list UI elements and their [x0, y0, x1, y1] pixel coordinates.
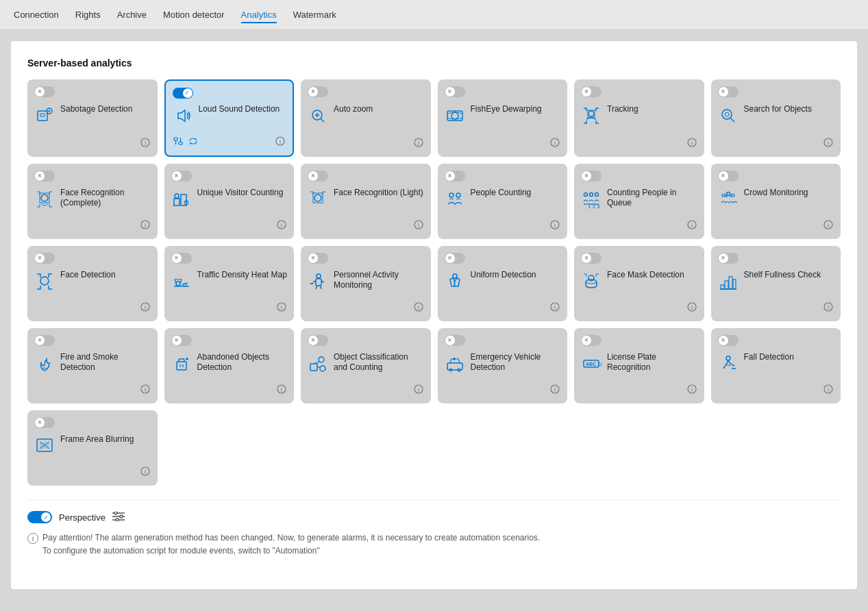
info-icon-personnel-activity[interactable]: i	[413, 301, 424, 314]
perspective-toggle[interactable]	[27, 511, 52, 523]
info-icon-face-detection[interactable]: i	[140, 301, 151, 314]
card-tracking[interactable]: Trackingi	[574, 79, 704, 157]
card-header-auto-zoom	[308, 86, 424, 97]
toggle-loud-sound[interactable]	[173, 88, 193, 99]
info-icon-frame-area[interactable]: i	[140, 466, 151, 479]
toggle-object-classification[interactable]	[308, 335, 328, 346]
card-people-counting[interactable]: People Countingi	[438, 164, 568, 239]
card-object-classification[interactable]: Object Classification and Countingi	[301, 328, 431, 403]
toggle-tracking[interactable]	[581, 86, 602, 97]
toggle-face-recognition-complete[interactable]	[34, 171, 55, 182]
toggle-people-counting[interactable]	[445, 171, 465, 182]
toggle-uniform-detection[interactable]	[445, 253, 465, 264]
nav-item-archive[interactable]: Archive	[117, 8, 147, 21]
info-icon-fisheye[interactable]: i	[549, 137, 560, 150]
card-sabotage[interactable]: Sabotage Detectioni	[27, 79, 158, 157]
svg-text:ABC 123: ABC 123	[586, 362, 602, 366]
toggle-fall-detection[interactable]	[718, 335, 739, 346]
svg-text:i: i	[554, 140, 556, 147]
svg-rect-82	[310, 364, 317, 371]
info-icon-sabotage[interactable]: i	[140, 137, 151, 150]
card-face-recognition-complete[interactable]: Face Recognition (Complete)i	[27, 164, 158, 239]
toggle-face-recognition-light[interactable]	[308, 171, 328, 182]
settings-icon-loud-sound[interactable]	[173, 136, 184, 149]
info-icon-loud-sound[interactable]: i	[275, 136, 286, 149]
info-icon-unique-visitor[interactable]: i	[276, 219, 287, 232]
card-uniform-detection[interactable]: Uniform Detectioni	[438, 246, 568, 321]
nav-item-connection[interactable]: Connection	[14, 8, 59, 21]
info-icon-search-objects[interactable]: i	[823, 137, 834, 150]
card-crowd-monitoring[interactable]: Crowd Monitoringi	[711, 164, 841, 239]
card-face-recognition-light[interactable]: Face Recognition (Light)i	[301, 164, 431, 239]
toggle-shelf-fullness[interactable]	[718, 253, 739, 264]
card-traffic-density[interactable]: Traffic Density Heat Mapi	[164, 246, 295, 321]
svg-rect-73	[729, 277, 732, 289]
card-loud-sound[interactable]: Loud Sound Detectioni	[164, 79, 295, 157]
tracking-icon	[581, 105, 602, 130]
card-footer-fall-detection: i	[718, 384, 834, 397]
info-icon-face-recognition-light[interactable]: i	[413, 219, 424, 232]
card-footer-object-classification: i	[308, 384, 424, 397]
nav-item-analytics[interactable]: Analytics	[241, 8, 277, 21]
info-icon-license-plate[interactable]: i	[686, 384, 697, 397]
info-icon-tracking[interactable]: i	[686, 137, 697, 150]
card-shelf-fullness[interactable]: Shelf Fullness Checki	[711, 246, 841, 321]
toggle-sabotage[interactable]	[34, 86, 55, 97]
toggle-face-mask[interactable]	[581, 253, 602, 264]
info-icon-uniform-detection[interactable]: i	[549, 301, 560, 314]
toggle-fire-smoke[interactable]	[34, 335, 55, 346]
toggle-counting-queue[interactable]	[581, 171, 602, 182]
info-icon-emergency-vehicle[interactable]: i	[549, 384, 560, 397]
toggle-unique-visitor[interactable]	[171, 171, 192, 182]
card-frame-area[interactable]: Frame Area Blurringi	[27, 410, 158, 486]
info-icon-face-mask[interactable]: i	[686, 301, 697, 314]
card-license-plate[interactable]: ABC 123 License Plate Recognitioni	[574, 328, 704, 403]
main-content: Server-based analytics Sabotage Detectio…	[11, 41, 857, 589]
card-fisheye[interactable]: FishEye Dewarpingi	[438, 79, 568, 157]
info-icon-counting-queue[interactable]: i	[686, 219, 697, 232]
filter-icon[interactable]	[112, 512, 125, 523]
toggle-emergency-vehicle[interactable]	[445, 335, 465, 346]
info-icon-fire-smoke[interactable]: i	[140, 384, 151, 397]
nav-item-watermark[interactable]: Watermark	[293, 8, 336, 21]
info-icon-people-counting[interactable]: i	[549, 219, 560, 232]
toggle-traffic-density[interactable]	[171, 253, 192, 264]
card-fall-detection[interactable]: Fall Detectioni	[711, 328, 841, 403]
card-personnel-activity[interactable]: Personnel Activity Monitoringi	[301, 246, 431, 321]
info-icon-face-recognition-complete[interactable]: i	[140, 219, 151, 232]
card-face-detection[interactable]: Face Detectioni	[27, 246, 158, 321]
toggle-crowd-monitoring[interactable]	[718, 171, 739, 182]
info-icon-abandoned-objects[interactable]: i	[276, 384, 287, 397]
toggle-auto-zoom[interactable]	[308, 86, 328, 97]
toggle-fisheye[interactable]	[445, 86, 465, 97]
info-text: Pay attention! The alarm generation meth…	[42, 532, 540, 558]
info-icon-fall-detection[interactable]: i	[823, 384, 834, 397]
object-classification-icon	[308, 353, 328, 378]
card-face-mask[interactable]: Face Mask Detectioni	[574, 246, 704, 321]
toggle-abandoned-objects[interactable]	[171, 335, 192, 346]
card-header-shelf-fullness	[718, 253, 834, 264]
refresh-icon-loud-sound[interactable]	[188, 136, 199, 149]
card-counting-queue[interactable]: 1 2 3 Counting People in Queuei	[574, 164, 704, 239]
info-icon-crowd-monitoring[interactable]: i	[823, 219, 834, 232]
toggle-personnel-activity[interactable]	[308, 253, 328, 264]
info-icon-shelf-fullness[interactable]: i	[823, 301, 834, 314]
info-icon-auto-zoom[interactable]: i	[413, 137, 424, 150]
toggle-face-detection[interactable]	[34, 253, 55, 264]
toggle-frame-area[interactable]	[34, 417, 55, 428]
card-footer-unique-visitor: i	[171, 219, 288, 232]
toggle-license-plate[interactable]	[581, 335, 602, 346]
card-abandoned-objects[interactable]: Abandoned Objects Detectioni	[164, 328, 295, 403]
info-icon-object-classification[interactable]: i	[413, 384, 424, 397]
nav-item-motion-detector[interactable]: Motion detector	[163, 8, 225, 21]
card-body-object-classification: Object Classification and Counting	[308, 352, 424, 378]
card-emergency-vehicle[interactable]: Emergency Vehicle Detectioni	[438, 328, 568, 403]
info-icon-traffic-density[interactable]: i	[276, 301, 287, 314]
card-search-objects[interactable]: Search for Objectsi	[711, 79, 841, 157]
card-unique-visitor[interactable]: Unique Visitor Countingi	[164, 164, 295, 239]
toggle-search-objects[interactable]	[718, 86, 739, 97]
card-fire-smoke[interactable]: Fire and Smoke Detectioni	[27, 328, 158, 403]
card-label-face-detection: Face Detection	[60, 270, 151, 281]
nav-item-rights[interactable]: Rights	[75, 8, 101, 21]
card-auto-zoom[interactable]: Auto zoomi	[301, 79, 431, 157]
